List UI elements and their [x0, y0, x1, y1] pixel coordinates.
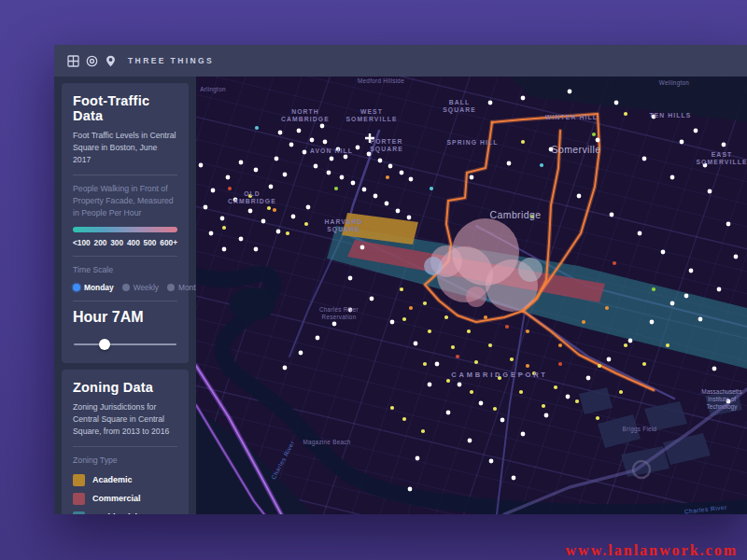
- map-dot-w[interactable]: [299, 351, 303, 356]
- map-dot-w[interactable]: [303, 150, 307, 155]
- map-dot-w[interactable]: [400, 171, 404, 175]
- map-dot-y[interactable]: [510, 357, 514, 361]
- map-dot-w[interactable]: [362, 188, 367, 192]
- map-dot-w[interactable]: [717, 287, 722, 292]
- map-dot-w[interactable]: [248, 209, 253, 214]
- map-dot-w[interactable]: [446, 411, 451, 415]
- pin-icon[interactable]: [104, 54, 117, 67]
- map-dot-w[interactable]: [416, 456, 420, 461]
- map-dot-w[interactable]: [414, 342, 418, 346]
- traffic-bubble[interactable]: [466, 287, 486, 307]
- map-dot-y[interactable]: [304, 222, 308, 226]
- map-dot-w[interactable]: [306, 205, 311, 210]
- map-dot-w[interactable]: [396, 209, 401, 214]
- map-dot-y[interactable]: [519, 390, 523, 394]
- map-dot-w[interactable]: [344, 155, 348, 160]
- map-dot-w[interactable]: [698, 317, 703, 322]
- map-dot-w[interactable]: [458, 383, 462, 387]
- map-dot-w[interactable]: [316, 336, 320, 341]
- map-dot-y[interactable]: [493, 407, 497, 411]
- map-dot-w[interactable]: [577, 194, 582, 199]
- map-dot-w[interactable]: [607, 357, 612, 362]
- map-dot-w[interactable]: [378, 159, 383, 163]
- map-dot-w[interactable]: [283, 173, 288, 177]
- map-dot-w[interactable]: [638, 231, 642, 236]
- map-dot-y[interactable]: [470, 390, 473, 394]
- map-dot-w[interactable]: [407, 216, 412, 220]
- map-dot-y[interactable]: [467, 329, 471, 333]
- map-dot-w[interactable]: [289, 143, 294, 147]
- map-dot-w[interactable]: [479, 401, 484, 406]
- map-dot-o[interactable]: [386, 175, 389, 179]
- map-dot-w[interactable]: [222, 247, 227, 252]
- map-dot-o[interactable]: [526, 364, 529, 368]
- map-dot-o[interactable]: [409, 306, 413, 310]
- map-dot-w[interactable]: [512, 476, 516, 481]
- map-dot-w[interactable]: [470, 175, 474, 180]
- map-dot-w[interactable]: [367, 152, 372, 157]
- map-dot-w[interactable]: [680, 140, 684, 145]
- map-dot-w[interactable]: [348, 276, 353, 281]
- map-dot-w[interactable]: [370, 297, 374, 301]
- map-dot-y[interactable]: [624, 112, 627, 116]
- map-dot-w[interactable]: [297, 129, 302, 133]
- map-dot-b[interactable]: [255, 126, 259, 130]
- hour-slider-track[interactable]: [74, 343, 176, 345]
- map-dot-y[interactable]: [423, 362, 427, 366]
- map-dot-w[interactable]: [521, 96, 526, 101]
- grid-icon[interactable]: [66, 54, 79, 67]
- map-dot-y[interactable]: [421, 429, 425, 433]
- map-dot-w[interactable]: [596, 138, 600, 143]
- map-dot-g[interactable]: [592, 133, 596, 136]
- map-dot-w[interactable]: [722, 143, 726, 147]
- map-dot-w[interactable]: [435, 362, 440, 367]
- map-dot-w[interactable]: [332, 322, 337, 327]
- map-dot-o[interactable]: [582, 320, 585, 324]
- map-dot-w[interactable]: [650, 320, 655, 325]
- map-dot-w[interactable]: [254, 247, 259, 252]
- map-dot-w[interactable]: [734, 255, 739, 259]
- target-icon[interactable]: [85, 54, 98, 67]
- map-dot-w[interactable]: [468, 439, 472, 443]
- map-dot-w[interactable]: [507, 161, 512, 166]
- map-dot-y[interactable]: [428, 329, 431, 333]
- hour-slider[interactable]: [74, 339, 176, 350]
- map-dot-w[interactable]: [209, 231, 214, 236]
- map-dot-o[interactable]: [558, 343, 562, 347]
- map-dot-w[interactable]: [226, 175, 231, 180]
- map-dot-w[interactable]: [291, 215, 296, 219]
- map-dot-w[interactable]: [408, 487, 413, 492]
- map-dot-w[interactable]: [239, 237, 244, 242]
- map-dot-r[interactable]: [505, 325, 509, 329]
- map-dot-y[interactable]: [402, 417, 406, 421]
- map-dot-y[interactable]: [666, 343, 669, 347]
- map-dot-o[interactable]: [526, 329, 529, 333]
- map-dot-w[interactable]: [283, 366, 288, 371]
- map-dot-y[interactable]: [642, 362, 646, 366]
- map-dot-w[interactable]: [614, 101, 619, 105]
- map-dot-w[interactable]: [661, 250, 666, 255]
- map-dot-y[interactable]: [624, 343, 627, 347]
- map-dot-w[interactable]: [360, 245, 365, 250]
- map-dot-g[interactable]: [334, 187, 338, 190]
- map-dot-w[interactable]: [356, 146, 360, 150]
- map-dot-w[interactable]: [488, 101, 493, 105]
- map-dot-w[interactable]: [544, 413, 549, 418]
- map-dot-w[interactable]: [500, 418, 505, 423]
- map-dot-w[interactable]: [220, 217, 225, 221]
- map-dot-w[interactable]: [314, 164, 318, 169]
- map-dot-w[interactable]: [320, 124, 325, 129]
- map-dot-y[interactable]: [400, 287, 403, 291]
- map-dot-w[interactable]: [642, 157, 647, 161]
- map-dot-w[interactable]: [489, 459, 494, 464]
- map-dot-w[interactable]: [726, 222, 731, 227]
- traffic-bubble[interactable]: [424, 257, 443, 275]
- map-dot-g[interactable]: [652, 287, 655, 291]
- map-dot-y[interactable]: [554, 385, 557, 389]
- map-dot-w[interactable]: [712, 367, 717, 371]
- map-dot-y[interactable]: [488, 343, 492, 347]
- map-dot-w[interactable]: [388, 164, 393, 169]
- map-dot-r[interactable]: [558, 362, 562, 366]
- map-dot-w[interactable]: [276, 230, 281, 234]
- map-dot-o[interactable]: [484, 315, 487, 319]
